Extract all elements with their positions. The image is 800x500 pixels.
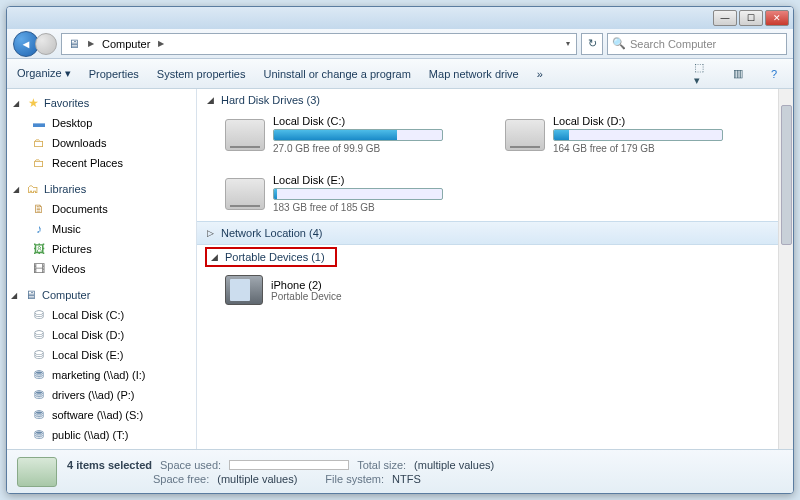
music-icon: ♪ bbox=[31, 221, 47, 237]
network-drive-icon: ⛃ bbox=[31, 367, 47, 383]
document-icon: 🗎 bbox=[31, 201, 47, 217]
maximize-button[interactable]: ☐ bbox=[739, 10, 763, 26]
minimize-button[interactable]: — bbox=[713, 10, 737, 26]
drive-icon bbox=[225, 178, 265, 210]
refresh-icon: ↻ bbox=[588, 37, 597, 50]
drive-icon: ⛁ bbox=[31, 327, 47, 343]
scrollbar-thumb[interactable] bbox=[781, 105, 792, 245]
drive-icon bbox=[225, 119, 265, 151]
sidebar-item-music[interactable]: ♪Music bbox=[7, 219, 196, 239]
preview-pane-button[interactable]: ▥ bbox=[729, 65, 747, 83]
section-hdd[interactable]: ◢ Hard Disk Drives (3) bbox=[197, 89, 793, 111]
sidebar-item-drive-d[interactable]: ⛁Local Disk (D:) bbox=[7, 325, 196, 345]
collapse-icon: ◢ bbox=[11, 291, 20, 300]
system-properties-button[interactable]: System properties bbox=[157, 68, 246, 80]
search-placeholder: Search Computer bbox=[630, 38, 716, 50]
collapse-icon: ◢ bbox=[13, 185, 22, 194]
highlight-box: ◢ Portable Devices (1) bbox=[205, 247, 337, 267]
dropdown-icon[interactable]: ▾ bbox=[564, 39, 572, 48]
folder-icon: 🗀 bbox=[31, 135, 47, 151]
search-input[interactable]: 🔍 Search Computer bbox=[607, 33, 787, 55]
pictures-icon: 🖼 bbox=[31, 241, 47, 257]
address-bar: ◄ 🖥 ▶ Computer ▶ ▾ ↻ 🔍 Search Computer bbox=[7, 29, 793, 59]
properties-button[interactable]: Properties bbox=[89, 68, 139, 80]
status-bar: 4 items selected Space used: Total size:… bbox=[7, 449, 793, 493]
map-drive-button[interactable]: Map network drive bbox=[429, 68, 519, 80]
section-network[interactable]: ▷ Network Location (4) bbox=[197, 221, 793, 245]
drive-e[interactable]: Local Disk (E:) 183 GB free of 185 GB bbox=[225, 174, 475, 213]
desktop-icon: ▬ bbox=[31, 115, 47, 131]
drive-icon bbox=[505, 119, 545, 151]
sidebar-item-netdrive-p[interactable]: ⛃drivers (\\ad) (P:) bbox=[7, 385, 196, 405]
breadcrumb-computer[interactable]: Computer bbox=[100, 38, 152, 50]
selection-icon bbox=[17, 457, 57, 487]
sidebar-item-recent[interactable]: 🗀Recent Places bbox=[7, 153, 196, 173]
computer-icon: 🖥 bbox=[66, 36, 82, 52]
favorites-group[interactable]: ◢ ★ Favorites bbox=[7, 93, 196, 113]
sidebar-item-pictures[interactable]: 🖼Pictures bbox=[7, 239, 196, 259]
nav-sidebar: ◢ ★ Favorites ▬Desktop 🗀Downloads 🗀Recen… bbox=[7, 89, 197, 449]
videos-icon: 🎞 bbox=[31, 261, 47, 277]
libraries-icon: 🗂 bbox=[25, 181, 41, 197]
sidebar-item-netdrive-t[interactable]: ⛃public (\\ad) (T:) bbox=[7, 425, 196, 445]
sidebar-item-drive-e[interactable]: ⛁Local Disk (E:) bbox=[7, 345, 196, 365]
chevron-right-icon: ▶ bbox=[86, 39, 96, 48]
network-drive-icon: ⛃ bbox=[31, 407, 47, 423]
forward-button[interactable] bbox=[35, 33, 57, 55]
portable-device-item[interactable]: iPhone (2) Portable Device bbox=[197, 269, 793, 311]
refresh-button[interactable]: ↻ bbox=[581, 33, 603, 55]
network-drive-icon: ⛃ bbox=[31, 387, 47, 403]
titlebar: — ☐ ✕ bbox=[7, 7, 793, 29]
collapse-icon: ◢ bbox=[13, 99, 22, 108]
usage-bar bbox=[553, 129, 723, 141]
collapse-icon: ◢ bbox=[207, 95, 217, 105]
sidebar-item-netdrive-s[interactable]: ⛃software (\\ad) (S:) bbox=[7, 405, 196, 425]
star-icon: ★ bbox=[25, 95, 41, 111]
drive-icon: ⛁ bbox=[31, 347, 47, 363]
scrollbar[interactable] bbox=[778, 89, 793, 449]
usage-bar bbox=[273, 129, 443, 141]
sidebar-item-documents[interactable]: 🗎Documents bbox=[7, 199, 196, 219]
selection-count: 4 items selected bbox=[67, 459, 152, 471]
arrow-left-icon: ◄ bbox=[21, 38, 32, 50]
explorer-window: — ☐ ✕ ◄ 🖥 ▶ Computer ▶ ▾ ↻ 🔍 Search Comp… bbox=[6, 6, 794, 494]
toolbar: Organize ▾ Properties System properties … bbox=[7, 59, 793, 89]
hdd-list: Local Disk (C:) 27.0 GB free of 99.9 GB … bbox=[197, 111, 793, 221]
collapse-icon: ◢ bbox=[211, 252, 221, 262]
sidebar-item-downloads[interactable]: 🗀Downloads bbox=[7, 133, 196, 153]
sidebar-item-desktop[interactable]: ▬Desktop bbox=[7, 113, 196, 133]
section-portable[interactable]: ◢ Portable Devices (1) bbox=[211, 251, 325, 263]
sidebar-item-netdrive-i[interactable]: ⛃marketing (\\ad) (I:) bbox=[7, 365, 196, 385]
usage-bar bbox=[273, 188, 443, 200]
chevron-right-icon: ▶ bbox=[156, 39, 166, 48]
computer-group[interactable]: ◢ 🖥 Computer bbox=[7, 285, 196, 305]
sidebar-item-videos[interactable]: 🎞Videos bbox=[7, 259, 196, 279]
uninstall-button[interactable]: Uninstall or change a program bbox=[264, 68, 411, 80]
folder-icon: 🗀 bbox=[31, 155, 47, 171]
drive-d[interactable]: Local Disk (D:) 164 GB free of 179 GB bbox=[505, 115, 755, 154]
organize-menu[interactable]: Organize ▾ bbox=[17, 67, 71, 80]
libraries-group[interactable]: ◢ 🗂 Libraries bbox=[7, 179, 196, 199]
drive-c[interactable]: Local Disk (C:) 27.0 GB free of 99.9 GB bbox=[225, 115, 475, 154]
device-icon bbox=[225, 275, 263, 305]
content-pane: ◢ Hard Disk Drives (3) Local Disk (C:) 2… bbox=[197, 89, 793, 449]
search-icon: 🔍 bbox=[612, 37, 626, 50]
computer-icon: 🖥 bbox=[23, 287, 39, 303]
view-options-button[interactable]: ⬚ ▾ bbox=[693, 65, 711, 83]
space-used-bar bbox=[229, 460, 349, 470]
help-button[interactable]: ? bbox=[765, 65, 783, 83]
expand-icon: ▷ bbox=[207, 228, 217, 238]
body: ◢ ★ Favorites ▬Desktop 🗀Downloads 🗀Recen… bbox=[7, 89, 793, 449]
toolbar-overflow[interactable]: » bbox=[537, 68, 543, 80]
breadcrumb[interactable]: 🖥 ▶ Computer ▶ ▾ bbox=[61, 33, 577, 55]
sidebar-item-drive-c[interactable]: ⛁Local Disk (C:) bbox=[7, 305, 196, 325]
drive-icon: ⛁ bbox=[31, 307, 47, 323]
close-button[interactable]: ✕ bbox=[765, 10, 789, 26]
network-drive-icon: ⛃ bbox=[31, 427, 47, 443]
